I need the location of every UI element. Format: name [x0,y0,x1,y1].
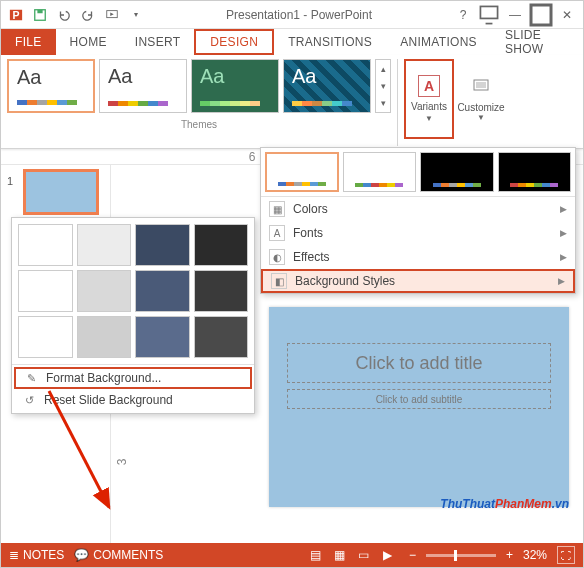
bg-swatch-2[interactable] [77,224,132,266]
variants-icon: A [418,75,440,97]
tab-insert[interactable]: INSERT [121,29,195,55]
maximize-icon[interactable] [529,4,553,26]
window-controls: ? — ✕ [451,4,579,26]
variant-thumb-3[interactable] [420,152,494,192]
bg-swatch-7[interactable] [135,270,190,312]
tab-animations[interactable]: ANIMATIONS [386,29,491,55]
bg-swatch-8[interactable] [194,270,249,312]
svg-rect-6 [531,5,551,25]
fonts-icon: A [269,225,285,241]
variant-thumb-4[interactable] [498,152,572,192]
theme-thumb-1[interactable]: Aa [7,59,95,113]
save-icon[interactable] [29,4,51,26]
app-icon[interactable]: P [5,4,27,26]
bg-swatch-1[interactable] [18,224,73,266]
bg-swatch-9[interactable] [18,316,73,358]
variants-label: Variants [411,101,447,112]
slide-number: 1 [7,175,13,187]
tab-transitions[interactable]: TRANSITIONS [274,29,386,55]
svg-rect-3 [37,9,42,13]
variants-dropdown: ▦Colors▶ AFonts▶ ◐Effects▶ ◧Background S… [260,147,576,294]
chevron-right-icon: ▶ [560,228,567,238]
menu-format-background[interactable]: ✎Format Background... [14,367,252,389]
themes-gallery-dropdown[interactable]: ▴▾▾ [375,59,391,113]
bg-swatch-4[interactable] [194,224,249,266]
ribbon: Aa Aa Aa Aa ▴▾▾ Themes A Variants ▼ Cust [1,55,583,149]
watermark: ThuThuatPhanMem.vn [440,490,569,513]
subtitle-placeholder[interactable]: Click to add subtitle [287,389,551,409]
notes-button[interactable]: ≣NOTES [9,548,64,562]
bg-swatch-5[interactable] [18,270,73,312]
menu-background-styles[interactable]: ◧Background Styles▶ [261,269,575,293]
undo-icon[interactable] [53,4,75,26]
theme-thumb-4[interactable]: Aa [283,59,371,113]
variant-thumb-1[interactable] [265,152,339,192]
tab-home[interactable]: HOME [56,29,121,55]
comments-icon: 💬 [74,548,89,562]
slideshow-view-icon[interactable]: ▶ [377,546,399,564]
menu-colors[interactable]: ▦Colors▶ [261,197,575,221]
background-styles-popup: ✎Format Background... ↺Reset Slide Backg… [11,217,255,414]
bg-swatch-11[interactable] [135,316,190,358]
customize-icon [470,76,492,98]
title-bar: P ▾ Presentation1 - PowerPoint ? — ✕ [1,1,583,29]
ribbon-options-icon[interactable] [477,4,501,26]
fit-to-window-icon[interactable]: ⛶ [557,546,575,564]
colors-icon: ▦ [269,201,285,217]
bg-swatch-12[interactable] [194,316,249,358]
ribbon-tabs: FILE HOME INSERT DESIGN TRANSITIONS ANIM… [1,29,583,55]
workspace: 1 123 Click to add title Click to add su… [1,165,583,545]
format-bg-icon: ✎ [24,371,38,385]
ribbon-separator [397,59,398,146]
svg-rect-5 [480,6,497,18]
chevron-right-icon: ▶ [560,204,567,214]
zoom-level[interactable]: 32% [523,548,547,562]
comments-button[interactable]: 💬COMMENTS [74,548,163,562]
scroll-up-icon[interactable]: ▴ [376,60,390,77]
bg-swatch-10[interactable] [77,316,132,358]
theme-preview-text: Aa [17,67,85,87]
color-strip [17,100,77,105]
chevron-right-icon: ▶ [560,252,567,262]
title-placeholder[interactable]: Click to add title [287,343,551,383]
chevron-down-icon: ▼ [477,113,485,122]
status-bar: ≣NOTES 💬COMMENTS ▤ ▦ ▭ ▶ − + 32% ⛶ [1,543,583,567]
customize-button[interactable]: Customize ▼ [454,59,508,139]
menu-effects[interactable]: ◐Effects▶ [261,245,575,269]
normal-view-icon[interactable]: ▤ [305,546,327,564]
tab-slideshow[interactable]: SLIDE SHOW [491,29,583,55]
slide-thumbnail-1[interactable] [23,169,99,215]
svg-rect-8 [476,82,486,88]
expand-gallery-icon[interactable]: ▾ [376,95,390,112]
variant-thumb-2[interactable] [343,152,417,192]
tab-file[interactable]: FILE [1,29,56,55]
theme-thumb-2[interactable]: Aa [99,59,187,113]
reading-view-icon[interactable]: ▭ [353,546,375,564]
menu-reset-background[interactable]: ↺Reset Slide Background [14,389,252,411]
quick-access-toolbar: P ▾ [5,4,147,26]
chevron-right-icon: ▶ [558,276,565,286]
themes-group: Aa Aa Aa Aa ▴▾▾ Themes [7,59,391,146]
zoom-slider[interactable] [426,554,496,557]
effects-icon: ◐ [269,249,285,265]
themes-group-label: Themes [7,119,391,130]
tab-design[interactable]: DESIGN [194,29,274,55]
svg-text:P: P [13,8,20,20]
menu-fonts[interactable]: AFonts▶ [261,221,575,245]
theme-thumb-3[interactable]: Aa [191,59,279,113]
scroll-down-icon[interactable]: ▾ [376,77,390,94]
zoom-in-button[interactable]: + [506,548,513,562]
slide-body[interactable]: Click to add title Click to add subtitle [269,307,569,507]
customize-label: Customize [457,102,504,113]
qat-customize-icon[interactable]: ▾ [125,4,147,26]
bg-swatch-3[interactable] [135,224,190,266]
start-slideshow-icon[interactable] [101,4,123,26]
sorter-view-icon[interactable]: ▦ [329,546,351,564]
close-icon[interactable]: ✕ [555,4,579,26]
help-icon[interactable]: ? [451,4,475,26]
variants-button[interactable]: A Variants ▼ [404,59,454,139]
redo-icon[interactable] [77,4,99,26]
minimize-icon[interactable]: — [503,4,527,26]
bg-swatch-6[interactable] [77,270,132,312]
zoom-out-button[interactable]: − [409,548,416,562]
